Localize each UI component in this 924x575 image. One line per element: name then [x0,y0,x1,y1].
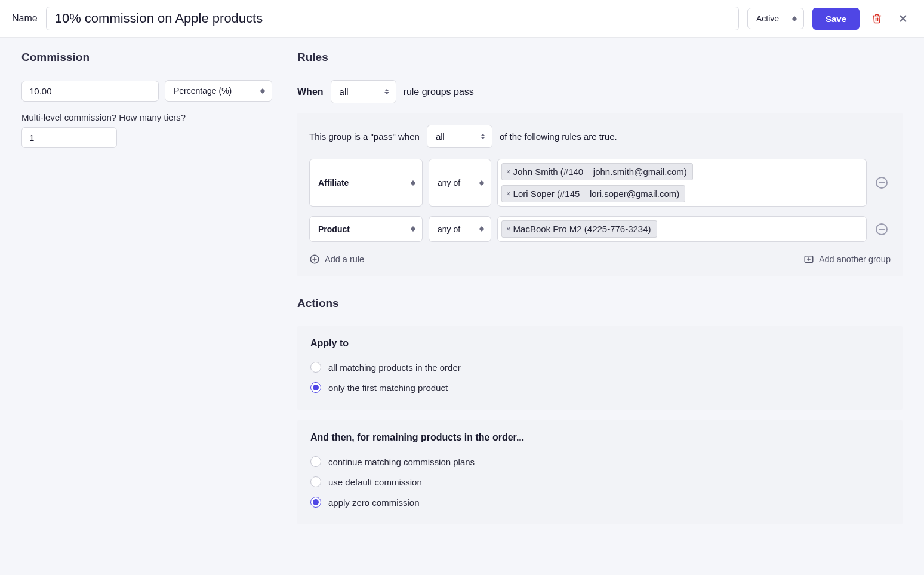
group-pass-condition-select[interactable]: all [427,125,492,148]
remaining-radio-zero[interactable] [310,497,321,508]
add-rule-button[interactable]: Add a rule [309,254,364,265]
tag: ×John Smith (#140 – john.smith@gmail.com… [501,163,693,180]
status-select[interactable]: Active [747,8,804,29]
rule-attribute-select[interactable]: Affiliate [309,159,423,207]
tiers-label: Multi-level commission? How many tiers? [21,112,272,122]
remove-rule-button[interactable] [876,177,888,189]
header-bar: Name Active Save [0,0,924,38]
tag: ×Lori Soper (#145 – lori.soper@gmail.com… [501,185,685,202]
tiers-input[interactable] [21,127,117,148]
rule-values-input[interactable]: ×MacBook Pro M2 (4225-776-3234) [497,216,867,242]
rule-attribute-select[interactable]: Product [309,216,423,242]
radio-label: continue matching commission plans [328,457,475,467]
tag-remove-icon[interactable]: × [506,225,511,233]
tag-remove-icon[interactable]: × [506,190,511,198]
apply-to-radio-first[interactable] [310,382,321,393]
rule-values-input[interactable]: ×John Smith (#140 – john.smith@gmail.com… [497,159,867,207]
tag-label: John Smith (#140 – john.smith@gmail.com) [513,167,687,177]
tag-remove-icon[interactable]: × [506,168,511,176]
add-group-icon [803,254,814,265]
rule-condition-select[interactable]: any of [429,216,491,242]
radio-label: use default commission [328,477,422,487]
rule-group: This group is a "pass" when all of the f… [297,113,903,276]
radio-label: apply zero commission [328,497,420,508]
save-button[interactable]: Save [812,8,860,30]
remaining-option-continue[interactable]: continue matching commission plans [310,451,889,472]
delete-button[interactable] [868,10,886,27]
commission-section-title: Commission [21,51,272,69]
when-row: When all rule groups pass [297,80,903,103]
tag: ×MacBook Pro M2 (4225-776-3234) [501,220,657,238]
name-label: Name [12,13,38,24]
apply-to-option-first[interactable]: only the first matching product [310,377,889,398]
when-condition-select[interactable]: all [331,80,396,103]
rules-section-title: Rules [297,51,903,69]
commission-amount-input[interactable] [21,81,159,102]
apply-to-option-all[interactable]: all matching products in the order [310,357,889,377]
when-suffix: rule groups pass [404,87,474,97]
name-input[interactable] [46,7,739,30]
add-group-label: Add another group [819,254,891,264]
rule-condition-select[interactable]: any of [429,159,491,207]
remaining-option-default[interactable]: use default commission [310,472,889,492]
rule-row: Affiliate any of ×John Smith (#140 – joh… [309,159,891,207]
actions-section-title: Actions [297,297,903,315]
rule-row: Product any of ×MacBook Pro M2 (4225-776… [309,216,891,242]
remaining-option-zero[interactable]: apply zero commission [310,492,889,512]
add-rule-label: Add a rule [325,254,364,264]
apply-to-heading: Apply to [310,338,889,349]
remaining-box: And then, for remaining products in the … [297,420,903,524]
remaining-radio-continue[interactable] [310,456,321,467]
trash-icon [871,13,882,24]
tag-label: Lori Soper (#145 – lori.soper@gmail.com) [513,189,680,199]
close-button[interactable] [894,10,912,27]
close-icon [898,13,908,24]
group-pass-suffix: of the following rules are true. [500,131,617,142]
group-pass-prefix: This group is a "pass" when [309,131,420,142]
add-group-button[interactable]: Add another group [803,254,891,265]
apply-to-box: Apply to all matching products in the or… [297,326,903,410]
status-select-wrap: Active [747,8,804,29]
when-label: When [297,87,324,97]
remove-rule-button[interactable] [876,223,888,235]
remaining-heading: And then, for remaining products in the … [310,432,889,443]
commission-type-select[interactable]: Percentage (%) [165,80,272,102]
radio-label: all matching products in the order [328,362,461,373]
tag-label: MacBook Pro M2 (4225-776-3234) [513,224,651,234]
remaining-radio-default[interactable] [310,476,321,487]
plus-circle-icon [309,254,320,265]
radio-label: only the first matching product [328,383,448,393]
apply-to-radio-all[interactable] [310,362,321,373]
